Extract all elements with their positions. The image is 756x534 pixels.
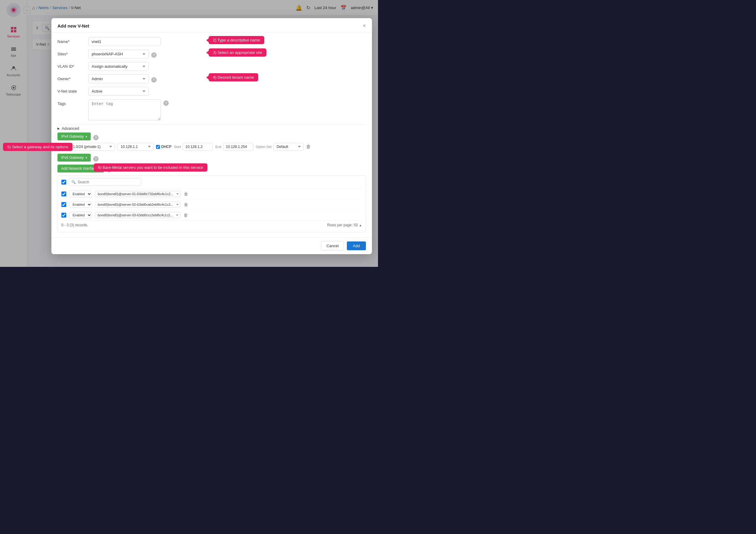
ni-delete-3[interactable]: 🗑 [183,213,188,217]
name-input[interactable] [88,37,161,46]
cancel-button[interactable]: Cancel [321,241,343,250]
owner-select[interactable]: Admin [88,74,149,83]
ipv4-gateway-row: 10.128.1.0/24 (private-1) 10.128.1.1 DHC… [57,143,366,151]
tags-input[interactable] [88,99,161,121]
ni-row: Enabled bond0(bond0)@server-01-63dd0c732… [61,188,362,199]
ipv4-gateway-section: IPv4 Gateway ▾ ? 10.128.1.0/24 (private-… [57,132,366,151]
dhcp-start-input[interactable] [183,143,213,151]
sites-row: Sites* phoenixNAP-ASH ? 3) Select an app… [57,50,366,58]
add-ni-label: Add Network Interface [61,166,97,171]
step2-callout: 2) Type a descriptive name [209,36,264,44]
ni-interface-select-2[interactable]: bond0(bond0)@server-02-63dd0cab2ebf6c4c1… [95,202,181,208]
ni-delete-1[interactable]: 🗑 [184,191,188,196]
records-label: 0 - 3 (3) records. [61,223,88,227]
owner-help-icon[interactable]: ? [151,77,157,83]
ipv4-gateway-label: IPv4 Gateway [61,134,84,139]
modal-title: Add new V-Net [57,23,89,28]
modal-add-button[interactable]: Add [347,241,366,250]
step3-callout: 3) Select an appropriate site [209,48,266,57]
rows-per-page-value: 50 [354,223,358,227]
ni-search-input[interactable] [78,180,138,184]
vlan-label: VLAN ID* [57,62,85,69]
ni-select-all-checkbox[interactable] [61,180,66,184]
sites-label: Sites* [57,50,85,56]
vlan-row: VLAN ID* Assign automatically [57,62,366,71]
dhcp-checkbox-group: DHCP [156,145,172,149]
records-row: 0 - 3 (3) records. Rows per page: 50 ▲ [61,220,362,230]
vnet-state-row: V-Net state Active [57,87,366,96]
rows-per-page: Rows per page: 50 ▲ [327,223,362,227]
vnet-state-select[interactable]: Active [88,87,149,96]
ipv6-dropdown-icon: ▾ [86,156,87,159]
ni-search-row: 🔍 [61,178,362,186]
owner-label: Owner* [57,74,85,81]
dhcp-end-input[interactable] [223,143,254,151]
sites-help-icon[interactable]: ? [151,52,157,58]
rows-per-page-icon: ▲ [359,224,362,227]
ni-status-select-1[interactable]: Enabled [69,191,92,197]
name-label: Name* [57,37,85,44]
ipv4-nexthop-select[interactable]: 10.128.1.1 [117,143,154,151]
ipv4-gateway-button[interactable]: IPv4 Gateway ▾ [57,132,91,140]
option-label: Option Set [256,145,272,149]
ni-row: Enabled bond0(bond0)@server-02-63dd0cab2… [61,199,362,210]
ni-row-checkbox-2[interactable] [61,202,66,207]
dhcp-label: DHCP [161,145,172,149]
owner-row: Owner* Admin ? 4) Desired tenant name [57,74,366,83]
ipv6-gateway-label: IPv6 Gateway [61,155,84,160]
ni-delete-2[interactable]: 🗑 [184,202,188,207]
advanced-toggle[interactable]: ▶ Advanced [57,124,366,132]
add-network-interface-section: Add Network Interface ▾ ? 6) Bare-Metal … [57,165,366,172]
ni-row-checkbox-1[interactable] [61,191,66,196]
ipv4-delete-button[interactable]: 🗑 [306,144,311,150]
modal-close-button[interactable]: × [363,23,366,28]
step5-callout-wrapper: 5) Select a gateway and its options [3,145,16,148]
sites-select[interactable]: phoenixNAP-ASH [88,50,149,58]
advanced-arrow-icon: ▶ [57,127,60,130]
end-label: End [215,145,221,149]
advanced-label: Advanced [62,126,79,131]
step4-callout: 4) Desired tenant name [209,73,258,81]
modal-footer: Cancel Add 7) Click [51,237,372,254]
ipv6-gateway-section: IPv6 Gateway ▾ ? [57,154,366,161]
network-interface-table: 🔍 Enabled bond0(bond0)@server-01-63dd0c7… [57,176,366,232]
ipv6-help-icon[interactable]: ? [93,156,98,161]
ni-status-select-2[interactable]: Enabled [69,201,92,208]
ni-interface-select-1[interactable]: bond0(bond0)@server-01-63dd0c732ebf6c4c1… [95,191,181,197]
modal-body: Name* 2) Type a descriptive name Sites* … [51,32,372,237]
option-select[interactable]: Default [273,143,304,151]
tags-label: Tags [57,99,85,106]
ni-search-box[interactable]: 🔍 [68,178,141,186]
tags-row: Tags ? [57,99,366,121]
ipv4-gateway-header: IPv4 Gateway ▾ ? [57,132,366,140]
vnet-state-label: V-Net state [57,87,85,94]
dhcp-checkbox[interactable] [156,145,160,149]
vlan-select[interactable]: Assign automatically [88,62,149,71]
ni-status-select-3[interactable]: Enabled [69,212,92,218]
add-vnet-modal: Add new V-Net × Name* 2) Type a descript… [51,18,372,254]
ni-row-checkbox-3[interactable] [61,213,66,217]
tags-help-icon[interactable]: ? [163,100,169,106]
step5-callout: 5) Select a gateway and its options [3,143,72,151]
ni-search-icon: 🔍 [71,180,76,184]
start-label: Start [174,145,181,149]
name-row: Name* 2) Type a descriptive name [57,37,366,46]
ipv4-help-icon[interactable]: ? [93,135,98,140]
step6-callout: 6) Bare-Metal servers you want to be inc… [94,163,207,172]
modal-header: Add new V-Net × [51,18,372,32]
ipv6-gateway-header: IPv6 Gateway ▾ ? [57,154,366,161]
ni-row: Enabled bond0(bond0)@server-03-63dd0ccc2… [61,210,362,220]
ipv6-gateway-button[interactable]: IPv6 Gateway ▾ [57,154,91,161]
ipv4-dropdown-icon: ▾ [86,135,87,138]
rows-per-page-label: Rows per page: [327,223,353,227]
ni-interface-select-3[interactable]: bond0(bond0)@server-03-63dd0ccc2ebf6c4c1… [95,212,180,218]
